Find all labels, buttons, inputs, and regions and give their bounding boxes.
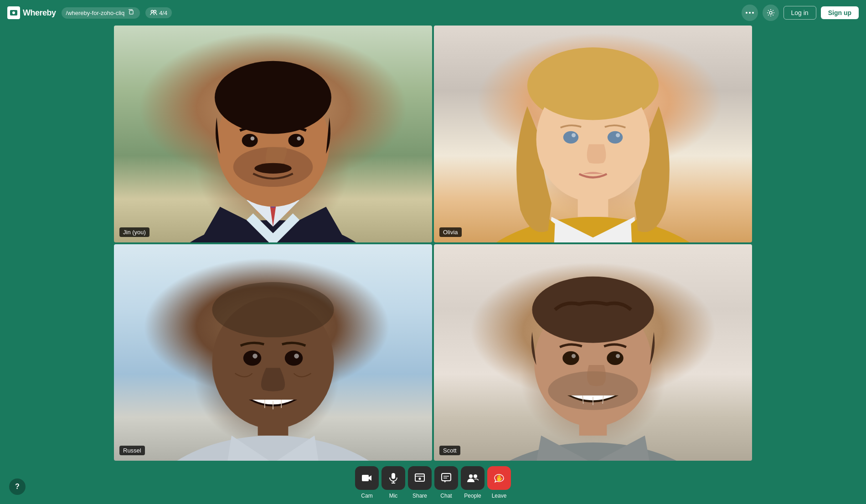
svg-point-17	[251, 137, 255, 141]
toolbar: Cam Mic Share	[0, 461, 866, 504]
participant-badge: 4/4	[145, 7, 172, 18]
settings-button[interactable]	[763, 5, 779, 21]
logo-icon	[7, 6, 20, 19]
svg-point-43	[532, 276, 654, 343]
room-badge[interactable]: /whereby-for-zoho-cliq	[62, 7, 140, 19]
room-path: /whereby-for-zoho-cliq	[66, 10, 125, 16]
signup-button[interactable]: Sign up	[821, 6, 859, 19]
logo: Whereby	[7, 6, 56, 19]
svg-point-16	[288, 134, 304, 147]
chat-icon-bg	[434, 466, 458, 490]
svg-point-58	[419, 478, 421, 480]
participant-name-russel: Russel	[119, 446, 145, 455]
cam-icon-bg	[355, 466, 379, 490]
header: Whereby /whereby-for-zoho-cliq 4/4	[0, 0, 866, 26]
svg-point-7	[752, 12, 754, 14]
participant-name-olivia: Olivia	[439, 227, 462, 237]
svg-point-15	[242, 134, 258, 147]
svg-point-46	[607, 351, 623, 365]
svg-rect-53	[392, 473, 395, 479]
share-button[interactable]: Share	[408, 466, 432, 499]
mic-button[interactable]: Mic	[381, 466, 405, 499]
svg-point-35	[253, 354, 258, 359]
cam-button[interactable]: Cam	[355, 466, 379, 499]
svg-point-40	[455, 442, 732, 461]
svg-point-29	[135, 435, 412, 461]
people-icon-bg	[461, 466, 485, 490]
svg-point-18	[297, 137, 301, 141]
video-grid: Jin (you)	[114, 26, 752, 461]
share-label: Share	[412, 493, 427, 499]
participant-name-scott: Scott	[439, 446, 460, 455]
header-right: Log in Sign up	[742, 5, 859, 21]
svg-point-63	[474, 474, 477, 478]
video-cell-russel: Russel	[114, 244, 432, 461]
svg-point-1	[12, 11, 15, 14]
chat-label: Chat	[440, 493, 452, 499]
svg-point-5	[746, 12, 747, 14]
svg-point-27	[572, 133, 576, 137]
svg-point-6	[749, 12, 751, 14]
svg-point-26	[608, 131, 623, 144]
people-label: People	[464, 493, 481, 499]
login-button[interactable]: Log in	[784, 6, 816, 20]
participant-name-jin: Jin (you)	[119, 227, 149, 237]
svg-rect-52	[362, 475, 369, 481]
svg-point-25	[563, 131, 578, 144]
logo-text: Whereby	[23, 8, 56, 18]
svg-point-3	[151, 10, 154, 13]
mic-icon-bg	[381, 466, 405, 490]
more-options-button[interactable]	[742, 5, 758, 21]
svg-point-48	[616, 354, 620, 358]
chat-button[interactable]: Chat	[434, 466, 458, 499]
svg-point-45	[562, 351, 579, 365]
svg-rect-59	[442, 473, 451, 481]
svg-point-13	[215, 61, 331, 134]
help-button[interactable]: ?	[9, 478, 26, 495]
people-button[interactable]: People	[461, 466, 485, 499]
video-cell-olivia: Olivia	[434, 26, 752, 242]
leave-label: Leave	[492, 493, 507, 499]
svg-point-47	[572, 354, 576, 358]
help-label: ?	[15, 483, 20, 491]
svg-point-34	[285, 350, 303, 365]
svg-point-62	[469, 474, 473, 478]
svg-point-28	[616, 133, 620, 137]
video-cell-scott: Scott	[434, 244, 752, 461]
copy-icon	[128, 9, 134, 17]
cam-label: Cam	[361, 493, 372, 499]
svg-point-19	[254, 163, 291, 174]
share-icon-bg	[408, 466, 432, 490]
svg-point-33	[243, 350, 261, 365]
svg-point-32	[212, 282, 334, 337]
leave-icon-bg: ✋	[487, 466, 511, 490]
svg-rect-2	[129, 10, 133, 14]
video-cell-jin: Jin (you)	[114, 26, 432, 242]
participant-count: 4/4	[159, 10, 167, 16]
svg-text:✋: ✋	[495, 474, 504, 482]
svg-point-36	[294, 354, 299, 359]
leave-button[interactable]: ✋ Leave	[487, 466, 511, 499]
svg-point-4	[154, 10, 156, 13]
svg-point-8	[769, 11, 772, 14]
svg-point-24	[531, 51, 655, 120]
mic-label: Mic	[389, 493, 398, 499]
